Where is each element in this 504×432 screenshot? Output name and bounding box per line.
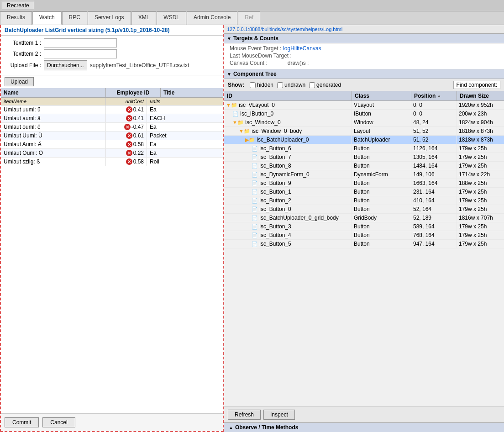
grid-cell-units: Ea [147,105,197,114]
bottom-action-bar: Refresh Inspect [224,406,504,422]
tree-cell-drawn: 1818w x 873h [457,136,504,144]
grid-cell-units: Packet [147,132,197,140]
browse-button[interactable]: Durchsuchen... [44,60,87,70]
refresh-button[interactable]: Refresh [228,410,261,420]
cancel-button[interactable]: Cancel [42,417,75,427]
tree-cell-pos: 51, 52 [411,136,457,144]
tree-row[interactable]: 📄 isc_Button_3 Button 589, 164 179w x 25… [224,222,504,231]
component-tree-section-header[interactable]: ▼ Component Tree [224,69,504,79]
file-icon: 📄 [232,111,239,117]
tree-row[interactable]: ▼📁 isc_VLayout_0 VLayout 0, 0 1920w x 95… [224,101,504,110]
grid-cell-cost: ✕ 0.58 [106,140,147,148]
grid-row[interactable]: Umlaut ouml: ö ✕ -0.47 Ea [1,123,223,132]
tree-row[interactable]: 📄 isc_IButton_0 IButton 0, 0 200w x 23h [224,110,504,118]
mouse-event-target-label: Mouse Event Target : [230,45,281,52]
grid-row[interactable]: Umlaut Uuml: Ü ✕ 0.61 Packet [1,132,223,140]
tree-cell-class: Button [352,162,411,170]
tree-row[interactable]: 📄 isc_Button_0 Button 52, 164 179w x 25h [224,205,504,214]
tree-row[interactable]: ▼📁 isc_Window_0_body Layout 51, 52 1818w… [224,127,504,136]
grid-row[interactable]: Umlaut Auml: Ä ✕ 0.58 Ea [1,140,223,149]
targets-section-header[interactable]: ▼ Targets & Counts [224,34,504,43]
tab-server-logs[interactable]: Server Logs [88,11,131,25]
mouse-event-target-value[interactable]: logHiliteCanvas [283,45,321,52]
col-title: Title [161,88,197,97]
tree-cell-id: 📄 isc_Button_8 [224,162,352,170]
draw-label: draw()s : [288,60,309,66]
tab-admin-console[interactable]: Admin Console [187,11,237,25]
tree-cell-drawn: 179w x 25h [457,162,504,170]
component-tree-toggle-icon: ▼ [227,72,231,77]
tree-cell-class: Button [352,240,411,248]
commit-button[interactable]: Commit [5,417,39,427]
tree-cell-class: Button [352,144,411,153]
tree-cell-drawn: 179w x 25h [457,240,504,248]
grid-cell-name: Umlaut Ouml: Ö [1,149,106,157]
tree-cell-id: 📄 isc_Button_5 [224,240,352,248]
tree-cell-pos: 52, 189 [411,214,457,222]
tab-wsdl[interactable]: WSDL [157,11,186,25]
upload-button[interactable]: Upload [5,77,34,86]
tree-row[interactable]: 📄 isc_Button_8 Button 1484, 164 179w x 2… [224,162,504,170]
file-icon: 📄 [252,146,258,152]
tree-cell-id: 📄 isc_Button_4 [224,231,352,239]
grid-row[interactable]: Umlaut szlig: ß ✕ 0.58 Roll [1,158,223,166]
tree-cell-drawn: 1920w x 952h [457,101,504,109]
tree-cell-id: 📄 isc_DynamicForm_0 [224,170,352,179]
tree-cell-class: Button [352,205,411,213]
text-item-2-input[interactable] [44,49,117,58]
tree-cell-id: ▼📁 isc_Window_0_body [224,127,352,135]
tree-cell-pos: 231, 164 [411,188,457,196]
grid-cell-cost: ✕ 0.22 [106,149,147,157]
tab-results[interactable]: Results [0,11,32,25]
error-icon: ✕ [126,115,132,121]
tree-row[interactable]: 📄 isc_Button_9 Button 1663, 164 188w x 2… [224,179,504,188]
tree-cell-class: Button [352,196,411,205]
tab-watch[interactable]: Watch [32,11,62,25]
subheader-unit-cost: unitCost [106,98,147,105]
tree-cell-pos: 1126, 164 [411,144,457,153]
tree-row[interactable]: ▼📁 isc_Window_0 Window 48, 24 1824w x 90… [224,118,504,127]
tree-row[interactable]: 📄 isc_DynamicForm_0 DynamicForm 149, 106… [224,170,504,179]
tab-ref[interactable]: Ref [238,11,260,25]
file-icon: 📄 [252,163,258,169]
tree-cell-pos: 0, 0 [411,101,457,109]
grid-cell-name: Umlaut Uuml: Ü [1,132,106,140]
grid-row[interactable]: Umlaut auml: ä ✕ 0.41 EACH [1,114,223,123]
tree-row[interactable]: 📄 isc_BatchUploader_0_grid_body GridBody… [224,214,504,222]
grid-rows: Umlaut uuml: ü ✕ 0.41 Ea Umlaut auml: ä … [1,105,223,166]
tree-row[interactable]: 📄 isc_Button_1 Button 231, 164 179w x 25… [224,188,504,196]
tree-cell-drawn: 179w x 25h [457,196,504,205]
grid-row[interactable]: Umlaut Ouml: Ö ✕ 0.22 Ea [1,149,223,158]
tab-xml[interactable]: XML [131,11,157,25]
targets-toggle-icon: ▼ [227,36,231,41]
file-icon: 📄 [252,224,258,230]
observe-label: Observe / Time Methods [235,424,299,431]
inspect-button[interactable]: Inspect [263,410,295,420]
component-tree: ID Class Position ▲ Drawn Size ▼📁 isc_VL… [224,91,504,406]
observe-bar[interactable]: ▲ Observe / Time Methods [224,422,504,432]
show-generated-checkbox[interactable]: generated [309,82,341,88]
grid-row[interactable]: Umlaut uuml: ü ✕ 0.41 Ea [1,105,223,114]
tree-cell-class: Button [352,188,411,196]
canvas-count-label: Canvas Count : [230,60,268,66]
tree-row[interactable]: 📄 isc_Button_6 Button 1126, 164 179w x 2… [224,144,504,153]
show-hidden-checkbox[interactable]: hidden [250,82,273,88]
tree-row[interactable]: 📄 isc_Button_2 Button 410, 164 179w x 25… [224,196,504,205]
tree-row[interactable]: 📄 isc_Button_4 Button 768, 164 179w x 25… [224,231,504,240]
tree-row[interactable]: 📄 isc_Button_5 Button 947, 164 179w x 25… [224,240,504,248]
tree-col-pos[interactable]: Position ▲ [411,91,457,100]
subheader-item-name: itemName [1,98,106,105]
tree-cell-pos: 410, 164 [411,196,457,205]
tree-cell-pos: 947, 164 [411,240,457,248]
position-sort-icon: ▲ [437,94,441,98]
text-item-1-input[interactable] [44,38,117,47]
show-undrawn-checkbox[interactable]: undrawn [277,82,305,88]
tree-cell-drawn: 179w x 25h [457,144,504,153]
recreate-button[interactable]: Recreate [2,1,34,10]
find-component-button[interactable]: Find component: [453,81,500,89]
grid-cell-name: Umlaut auml: ä [1,114,106,122]
tree-row[interactable]: 📄 isc_Button_7 Button 1305, 164 179w x 2… [224,153,504,162]
tab-rpc[interactable]: RPC [62,11,87,25]
tree-row[interactable]: ▶📁 isc_BatchUploader_0 BatchUploader 51,… [224,136,504,144]
file-icon: 📄 [252,189,258,195]
